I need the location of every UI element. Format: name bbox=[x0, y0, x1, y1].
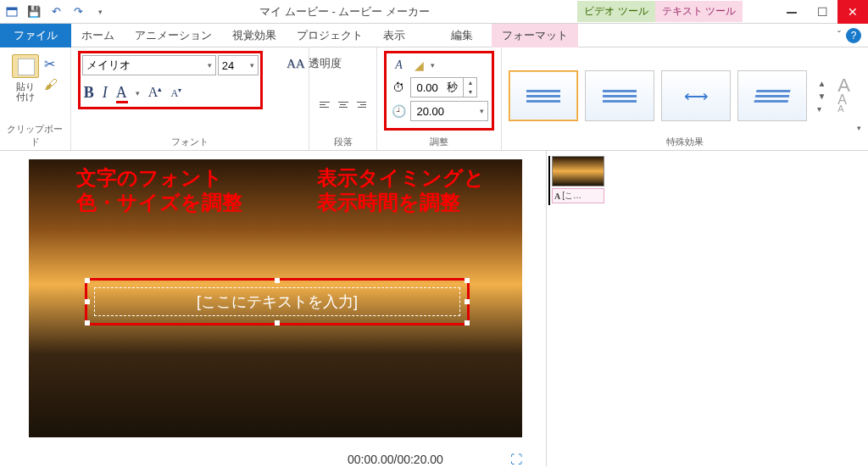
group-label-paragraph: 段落 bbox=[316, 132, 370, 148]
effects-gallery-nav[interactable]: ▲▼▾ bbox=[814, 79, 826, 114]
workspace: 文字のフォント 色・サイズを調整 表示タイミングと 表示時間を調整 [ここにテキ… bbox=[0, 151, 868, 466]
clip-thumbnail[interactable] bbox=[552, 156, 604, 186]
font-name-combo[interactable]: メイリオ ▾ bbox=[82, 55, 216, 75]
group-timing: A ◢ ▾ ⏱ 0.00 秒 ▲▼ 🕘 20.00 ▾ bbox=[377, 47, 502, 150]
caption-placeholder: [ここにテキストを入力] bbox=[197, 292, 358, 312]
tab-visual[interactable]: 視覚効果 bbox=[222, 24, 287, 47]
tab-animation[interactable]: アニメーション bbox=[125, 24, 222, 47]
spinner-up-icon[interactable]: ▲ bbox=[464, 78, 476, 87]
svg-rect-1 bbox=[7, 8, 17, 10]
ribbon-tabs: ファイル ホーム アニメーション 視覚効果 プロジェクト 表示 編集 フォーマッ… bbox=[0, 24, 868, 47]
edit-text-icon[interactable]: A bbox=[390, 57, 407, 74]
chevron-down-icon: ▾ bbox=[476, 107, 487, 115]
start-time-value: 0.00 bbox=[411, 81, 447, 94]
resize-handle[interactable] bbox=[465, 320, 470, 325]
ribbon-collapse-icon[interactable]: ˇ bbox=[837, 30, 841, 42]
start-time-field[interactable]: 0.00 秒 ▲▼ bbox=[410, 77, 477, 97]
playhead[interactable] bbox=[548, 156, 550, 205]
align-left-button[interactable] bbox=[316, 96, 333, 113]
annotation-timing: 表示タイミングと 表示時間を調整 bbox=[317, 166, 485, 215]
tab-edit[interactable]: 編集 bbox=[441, 24, 483, 47]
paste-icon[interactable] bbox=[12, 54, 39, 78]
font-size-value: 24 bbox=[222, 59, 234, 72]
resize-handle[interactable] bbox=[85, 299, 90, 304]
paste-button-label[interactable]: 貼り 付け bbox=[16, 81, 35, 102]
time-readout: 00:00.00/00:20.00 bbox=[348, 453, 443, 466]
resize-handle[interactable] bbox=[275, 278, 280, 283]
annotation-box-timing: A ◢ ▾ ⏱ 0.00 秒 ▲▼ 🕘 20.00 ▾ bbox=[384, 51, 494, 131]
resize-handle[interactable] bbox=[465, 299, 470, 304]
chevron-down-icon: ▾ bbox=[208, 61, 212, 69]
spinner-down-icon[interactable]: ▼ bbox=[464, 87, 476, 97]
maximize-button[interactable]: ☐ bbox=[807, 0, 837, 24]
caption-clip-icon: A bbox=[554, 192, 560, 201]
resize-handle[interactable] bbox=[275, 320, 280, 325]
contextual-tab-text[interactable]: テキスト ツール bbox=[655, 1, 743, 22]
tab-project[interactable]: プロジェクト bbox=[287, 24, 373, 47]
duration-icon: 🕘 bbox=[390, 103, 407, 120]
group-clipboard: 貼り 付け ✂ 🖌 クリップボード bbox=[0, 47, 71, 150]
qat-dropdown-icon[interactable]: ▾ bbox=[92, 3, 108, 20]
group-label-font: フォント bbox=[78, 132, 303, 148]
duration-field[interactable]: 20.00 ▾ bbox=[410, 101, 488, 121]
tab-file[interactable]: ファイル bbox=[0, 24, 71, 47]
font-size-combo[interactable]: 24 ▾ bbox=[218, 55, 259, 75]
effect-stretch[interactable]: ⟷ bbox=[661, 70, 731, 121]
italic-button[interactable]: I bbox=[103, 84, 108, 102]
format-painter-icon[interactable]: 🖌 bbox=[44, 77, 58, 92]
storyboard: A [こ… bbox=[546, 151, 868, 466]
group-effects: ⟷ ▲▼▾ AAA ▾ 特殊効果 bbox=[502, 47, 868, 150]
resize-handle[interactable] bbox=[85, 320, 90, 325]
tab-home[interactable]: ホーム bbox=[71, 24, 125, 47]
tab-format[interactable]: フォーマット bbox=[492, 24, 578, 47]
ribbon: 貼り 付け ✂ 🖌 クリップボード メイリオ ▾ 24 bbox=[0, 47, 868, 151]
caption-clip-label: [こ… bbox=[562, 190, 581, 202]
window-title: マイ ムービー - ムービー メーカー bbox=[112, 4, 577, 19]
duration-value: 20.00 bbox=[411, 105, 449, 118]
align-center-button[interactable] bbox=[335, 96, 352, 113]
minimize-button[interactable]: ‒ bbox=[776, 0, 807, 24]
tab-view[interactable]: 表示 bbox=[373, 24, 415, 47]
video-preview[interactable]: 文字のフォント 色・サイズを調整 表示タイミングと 表示時間を調整 [ここにテキ… bbox=[29, 159, 522, 437]
chevron-down-icon: ▾ bbox=[250, 61, 254, 69]
outline-effects-icon[interactable]: AAA bbox=[837, 78, 850, 114]
align-right-button[interactable] bbox=[353, 96, 370, 113]
resize-handle[interactable] bbox=[465, 278, 470, 283]
font-name-value: メイリオ bbox=[86, 58, 131, 73]
start-time-icon: ⏱ bbox=[390, 79, 407, 96]
bold-button[interactable]: B bbox=[84, 84, 94, 102]
annotation-box-font: メイリオ ▾ 24 ▾ B I A ▾ A▴ A▾ bbox=[78, 51, 263, 109]
transparency-label[interactable]: 透明度 bbox=[309, 56, 342, 71]
title-bar: 💾 ↶ ↷ ▾ マイ ムービー - ムービー メーカー ビデオ ツール テキスト… bbox=[0, 0, 868, 24]
fullscreen-icon[interactable]: ⛶ bbox=[510, 453, 522, 466]
contextual-tab-video[interactable]: ビデオ ツール bbox=[577, 1, 654, 22]
quick-access-toolbar: 💾 ↶ ↷ ▾ bbox=[0, 3, 112, 20]
save-icon[interactable]: 💾 bbox=[25, 3, 42, 20]
caption-text-box[interactable]: [ここにテキストを入力] bbox=[85, 278, 470, 325]
effect-scroll[interactable] bbox=[585, 70, 654, 121]
group-label-clipboard: クリップボード bbox=[7, 120, 64, 148]
grow-font-button[interactable]: A▴ bbox=[148, 85, 163, 100]
text-fill-icon[interactable]: ◢ bbox=[410, 57, 427, 74]
group-label-timing: 調整 bbox=[384, 132, 494, 148]
caption-clip[interactable]: A [こ… bbox=[552, 188, 604, 203]
annotation-font: 文字のフォント 色・サイズを調整 bbox=[76, 166, 242, 215]
close-button[interactable]: ✕ bbox=[837, 0, 868, 24]
redo-icon[interactable]: ↷ bbox=[70, 3, 86, 20]
group-label-effects: 特殊効果 bbox=[509, 132, 861, 148]
effect-zoom[interactable] bbox=[737, 70, 807, 121]
help-icon[interactable]: ? bbox=[846, 28, 861, 43]
undo-icon[interactable]: ↶ bbox=[47, 3, 64, 20]
effect-none[interactable] bbox=[509, 70, 578, 121]
transparency-icon[interactable]: AA bbox=[287, 57, 305, 71]
preview-pane: 文字のフォント 色・サイズを調整 表示タイミングと 表示時間を調整 [ここにテキ… bbox=[0, 151, 546, 466]
font-color-button[interactable]: A bbox=[116, 84, 127, 102]
resize-handle[interactable] bbox=[85, 278, 90, 283]
shrink-font-button[interactable]: A▾ bbox=[170, 86, 181, 100]
app-menu-icon[interactable] bbox=[3, 3, 20, 20]
cut-icon[interactable]: ✂ bbox=[44, 56, 58, 72]
start-time-unit: 秒 bbox=[447, 80, 463, 95]
group-font: メイリオ ▾ 24 ▾ B I A ▾ A▴ A▾ bbox=[71, 47, 310, 150]
